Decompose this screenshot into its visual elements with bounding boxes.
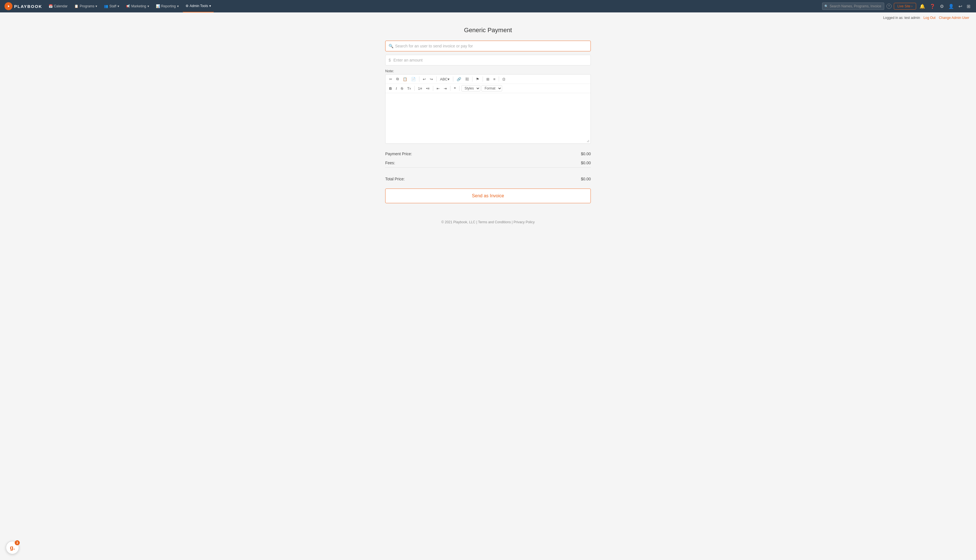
toolbar-subscript-btn[interactable]: Tx	[406, 85, 412, 92]
pricing-section: Payment Price: $0.00 Fees: $0.00	[385, 149, 591, 168]
live-site-button[interactable]: Live Site ›	[894, 3, 916, 10]
nav-reporting[interactable]: 📊 Reporting ▾	[153, 0, 182, 12]
search-wrapper: 🔍	[822, 3, 884, 10]
toolbar-divider-7	[414, 86, 415, 91]
toolbar-indent-increase-btn[interactable]: ⇥	[442, 85, 448, 92]
admin-tools-icon: ⚙	[185, 4, 189, 8]
gratitude-label: g.	[10, 545, 15, 551]
toolbar-divider-6	[499, 77, 499, 82]
brand-name: PLAYBOOK	[14, 4, 42, 9]
nav-marketing[interactable]: 📢 Marketing ▾	[123, 0, 152, 12]
user-search-icon: 🔍	[389, 44, 394, 48]
amount-wrapper: $	[385, 55, 591, 65]
total-price-value: $0.00	[581, 177, 591, 181]
toolbar-divider-8	[433, 86, 433, 91]
search-icon: 🔍	[824, 5, 828, 8]
change-admin-link[interactable]: Change Admin User	[939, 16, 969, 20]
toolbar-divider-3	[453, 77, 453, 82]
gratitude-count: 3	[15, 540, 20, 545]
nav-search-area: 🔍 ? Live Site › 🔔 ❓ ⚙ 👤 ↩ ⊞	[822, 3, 971, 10]
programs-icon: 📋	[74, 4, 78, 8]
page-title: Generic Payment	[385, 27, 591, 34]
toolbar-spellcheck-btn[interactable]: ABC▾	[439, 76, 451, 82]
help-circle[interactable]: ?	[886, 4, 892, 9]
editor-resize-handle: ⊿	[385, 138, 591, 143]
user-search-wrapper: 🔍	[385, 41, 591, 52]
toolbar-table-props-btn[interactable]: ≡	[492, 76, 497, 82]
toolbar-divider-9	[450, 86, 450, 91]
toolbar-paste-plain-btn[interactable]: 📄	[410, 76, 417, 82]
navbar: PLAYBOOK 📅 📅 Calendar Calendar 📋 Program…	[0, 0, 976, 12]
toolbar-ordered-list-btn[interactable]: 1≡	[417, 85, 424, 92]
payment-price-value: $0.00	[581, 152, 591, 156]
toolbar-unlink-btn[interactable]: ⛓	[464, 76, 470, 82]
user-info-bar: Logged in as: test admin Log Out Change …	[0, 12, 976, 21]
brand[interactable]: PLAYBOOK	[5, 2, 42, 10]
send-invoice-button[interactable]: Send as Invoice	[385, 188, 591, 203]
toolbar-blockquote-btn[interactable]: ❝	[452, 85, 457, 92]
dollar-icon: $	[389, 58, 391, 62]
toolbar-anchor-btn[interactable]: ⚑	[474, 76, 480, 82]
fees-label: Fees:	[385, 161, 395, 165]
note-editor-body[interactable]	[385, 93, 591, 138]
terms-link[interactable]: Terms and Conditions	[478, 220, 511, 224]
total-price-label: Total Price:	[385, 177, 405, 181]
notifications-icon[interactable]: 🔔	[918, 3, 926, 10]
user-search-input[interactable]	[385, 41, 591, 52]
toolbar-copy-btn[interactable]: ⧉	[395, 76, 400, 82]
toolbar-table-btn[interactable]: ⊞	[485, 76, 491, 82]
nav-calendar[interactable]: 📅 📅 Calendar Calendar	[46, 0, 71, 12]
history-icon[interactable]: ↩	[958, 3, 963, 10]
nav-staff[interactable]: 👥 Staff ▾	[101, 0, 122, 12]
grid-icon[interactable]: ⊞	[966, 3, 971, 10]
gratitude-badge[interactable]: g. 3	[6, 541, 19, 554]
global-search-input[interactable]	[822, 3, 884, 10]
editor-toolbar-top: ✂ ⧉ 📋 📄 ↩ ↪ ABC▾ 🔗 ⛓ ⚑ ⊞ ≡ Ω	[385, 75, 591, 84]
footer: © 2021 Playbook, LLC | Terms and Conditi…	[0, 209, 976, 230]
logged-in-label: Logged in as: test admin	[883, 16, 920, 20]
main-content: Generic Payment 🔍 $ Note: ✂ ⧉ 📋 📄 ↩ ↪ AB…	[381, 21, 595, 209]
amount-input[interactable]	[385, 55, 591, 65]
reporting-icon: 📊	[156, 4, 160, 8]
toolbar-unordered-list-btn[interactable]: •≡	[425, 85, 431, 92]
editor-toolbar-bottom: B I S Tx 1≡ •≡ ⇤ ⇥ ❝ Styles Format	[385, 84, 591, 93]
note-label: Note:	[385, 69, 591, 73]
toolbar-undo-btn[interactable]: ↩	[421, 76, 427, 82]
toolbar-paste-btn[interactable]: 📋	[401, 76, 409, 82]
fees-value: $0.00	[581, 161, 591, 165]
calendar-icon: 📅	[48, 4, 53, 8]
toolbar-link-btn[interactable]: 🔗	[455, 76, 462, 82]
toolbar-cut-btn[interactable]: ✂	[388, 76, 394, 82]
toolbar-indent-decrease-btn[interactable]: ⇤	[435, 85, 441, 92]
user-icon[interactable]: 👤	[947, 3, 955, 10]
toolbar-divider-1	[419, 77, 419, 82]
toolbar-redo-btn[interactable]: ↪	[429, 76, 434, 82]
marketing-icon: 📢	[126, 4, 130, 8]
nav-programs[interactable]: 📋 Programs ▾	[72, 0, 100, 12]
fees-row: Fees: $0.00	[385, 158, 591, 167]
toolbar-italic-btn[interactable]: I	[394, 85, 398, 92]
format-select[interactable]: Format	[482, 85, 502, 92]
settings-icon[interactable]: ⚙	[939, 3, 945, 10]
toolbar-special-char-btn[interactable]: Ω	[501, 76, 507, 82]
total-price-row: Total Price: $0.00	[385, 173, 591, 183]
payment-price-row: Payment Price: $0.00	[385, 149, 591, 158]
payment-price-label: Payment Price:	[385, 152, 412, 156]
toolbar-divider-4	[472, 77, 472, 82]
nav-admin-tools[interactable]: ⚙ Admin Tools ▾	[183, 0, 214, 12]
logout-link[interactable]: Log Out	[923, 16, 936, 20]
toolbar-strikethrough-btn[interactable]: S	[399, 85, 405, 92]
brand-icon	[5, 2, 12, 10]
help-icon[interactable]: ❓	[929, 3, 936, 10]
footer-copyright: © 2021 Playbook, LLC	[441, 220, 475, 224]
toolbar-divider-2	[436, 77, 437, 82]
staff-icon: 👥	[104, 4, 108, 8]
styles-select[interactable]: Styles	[461, 85, 480, 92]
privacy-link[interactable]: Privacy Policy	[514, 220, 535, 224]
toolbar-bold-btn[interactable]: B	[388, 85, 393, 92]
note-editor: ✂ ⧉ 📋 📄 ↩ ↪ ABC▾ 🔗 ⛓ ⚑ ⊞ ≡ Ω B I S Tx	[385, 74, 591, 144]
